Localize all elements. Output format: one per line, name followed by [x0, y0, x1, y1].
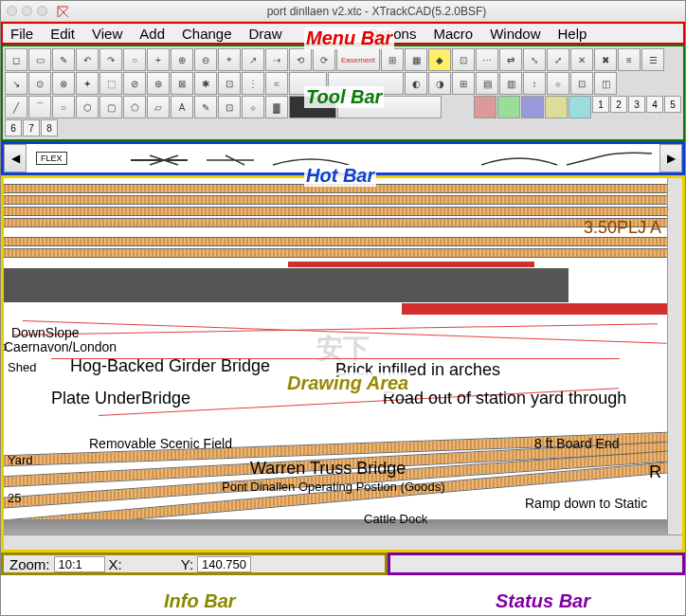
tool-button[interactable]: [289, 96, 336, 118]
tool-button[interactable]: ⊕: [171, 48, 193, 71]
scrollbar-horizontal[interactable]: [4, 534, 682, 550]
tool-button[interactable]: ◆: [428, 48, 451, 71]
tool-button[interactable]: ⟐: [242, 96, 264, 118]
menu-view[interactable]: View: [92, 26, 122, 42]
drawing-area[interactable]: 3.50PLJ A DownSlope Caernavon/London o S…: [1, 175, 685, 553]
tool-button[interactable]: ☰: [641, 48, 664, 71]
layer-2[interactable]: 2: [610, 96, 627, 113]
tool-button[interactable]: ○: [123, 48, 146, 71]
tool-button[interactable]: ✖: [594, 48, 617, 71]
tool-button[interactable]: ⊡: [218, 96, 241, 118]
layer-color-2[interactable]: [497, 96, 520, 118]
tool-button[interactable]: ↕: [523, 72, 546, 95]
menu-change[interactable]: Change: [182, 26, 232, 42]
tool-button[interactable]: ⤢: [547, 48, 569, 71]
tool-button[interactable]: ◑: [428, 72, 451, 95]
tool-button[interactable]: [337, 96, 442, 118]
menu-window[interactable]: Window: [490, 26, 540, 42]
tool-button[interactable]: ✎: [52, 48, 75, 71]
menu-draw[interactable]: Draw: [249, 26, 282, 42]
tool-button[interactable]: ≡: [618, 48, 641, 71]
hotbar-left-arrow[interactable]: ◀: [4, 144, 27, 172]
menu-help[interactable]: Help: [558, 26, 587, 42]
tool-button[interactable]: +: [147, 48, 170, 71]
tool-button[interactable]: ▦: [405, 48, 427, 71]
scrollbar-vertical[interactable]: [667, 178, 682, 550]
tool-button[interactable]: [328, 72, 404, 95]
menu-add[interactable]: Add: [139, 26, 165, 42]
tool-button[interactable]: ⬠: [123, 96, 146, 118]
tool-button[interactable]: A: [171, 96, 193, 118]
layer-color-4[interactable]: [545, 96, 568, 118]
tool-button[interactable]: ⊙: [28, 72, 51, 95]
tool-button[interactable]: ⋯: [476, 48, 498, 71]
tool-button[interactable]: ↶: [76, 48, 99, 71]
tool-button[interactable]: ⊡: [570, 72, 593, 95]
tool-button[interactable]: ⇄: [499, 48, 522, 71]
tool-button[interactable]: ↷: [99, 48, 122, 71]
tool-button[interactable]: ⊞: [381, 48, 404, 71]
infobar: Zoom: 10:1 X: Y: 140.750: [1, 553, 388, 575]
tool-button[interactable]: ▢: [99, 96, 122, 118]
minimize-dot[interactable]: [22, 6, 32, 16]
tool-button[interactable]: ⬡: [76, 96, 99, 118]
layer-small[interactable]: 6: [5, 119, 22, 136]
close-dot[interactable]: [7, 6, 17, 16]
tool-button[interactable]: ▥: [499, 72, 522, 95]
layer-3[interactable]: 3: [628, 96, 645, 113]
tool-button[interactable]: ▱: [147, 96, 170, 118]
layer-color-3[interactable]: [521, 96, 544, 118]
layer-color-1[interactable]: [474, 96, 496, 118]
zoom-dot[interactable]: [37, 6, 47, 16]
layer-4[interactable]: 4: [646, 96, 663, 113]
tool-button[interactable]: ⊡: [218, 72, 241, 95]
tool-button[interactable]: ✱: [194, 72, 217, 95]
tool-button[interactable]: ⊞: [452, 72, 475, 95]
easement-button[interactable]: Easement: [336, 48, 380, 71]
tool-button[interactable]: ⇢: [265, 48, 288, 71]
tool-button[interactable]: ⊖: [194, 48, 217, 71]
tool-button[interactable]: ▓: [265, 96, 288, 118]
layer-5[interactable]: 5: [664, 96, 681, 113]
tool-button[interactable]: ≈: [265, 72, 288, 95]
tool-button[interactable]: ⤡: [523, 48, 546, 71]
menu-edit[interactable]: Edit: [50, 26, 75, 42]
tool-button[interactable]: ◫: [594, 72, 617, 95]
flex-label: FLEX: [36, 152, 67, 165]
tool-button[interactable]: ⊠: [171, 72, 193, 95]
hotbar-tracks: [121, 144, 671, 176]
tool-button[interactable]: ⌒: [28, 96, 51, 118]
tool-button[interactable]: ✕: [570, 48, 593, 71]
tool-button[interactable]: [289, 72, 327, 95]
tool-button[interactable]: ↗: [242, 48, 264, 71]
menu-file[interactable]: File: [10, 26, 33, 42]
layer-color-5[interactable]: [569, 96, 591, 118]
tool-button[interactable]: ▤: [476, 72, 498, 95]
label-plj: 3.50PLJ A: [584, 218, 661, 238]
layer-small[interactable]: 8: [41, 119, 58, 136]
layer-1[interactable]: 1: [592, 96, 609, 113]
tool-button[interactable]: ⊡: [452, 48, 475, 71]
tool-button[interactable]: ▭: [28, 48, 51, 71]
tool-button[interactable]: ⟳: [313, 48, 335, 71]
layer-small[interactable]: 7: [23, 119, 40, 136]
tool-button[interactable]: ○: [52, 96, 75, 118]
tool-button[interactable]: ⊗: [52, 72, 75, 95]
tool-button[interactable]: ✦: [76, 72, 99, 95]
tool-button[interactable]: ◐: [405, 72, 427, 95]
hotbar-content[interactable]: FLEX: [27, 144, 659, 172]
tool-button[interactable]: ◻: [5, 48, 27, 71]
menu-options[interactable]: Options: [368, 26, 417, 42]
tool-button[interactable]: ⋮: [242, 72, 264, 95]
tool-button[interactable]: ↘: [5, 72, 27, 95]
tool-button[interactable]: ⬚: [99, 72, 122, 95]
tool-button[interactable]: ✎: [194, 96, 217, 118]
menu-macro[interactable]: Macro: [433, 26, 473, 42]
app-icon: [57, 6, 68, 17]
tool-button[interactable]: ╱: [5, 96, 27, 118]
tool-button[interactable]: ⟲: [289, 48, 312, 71]
tool-button[interactable]: ⌖: [218, 48, 241, 71]
tool-button[interactable]: ⊛: [147, 72, 170, 95]
tool-button[interactable]: ⊘: [123, 72, 146, 95]
tool-button[interactable]: ⟐: [547, 72, 569, 95]
